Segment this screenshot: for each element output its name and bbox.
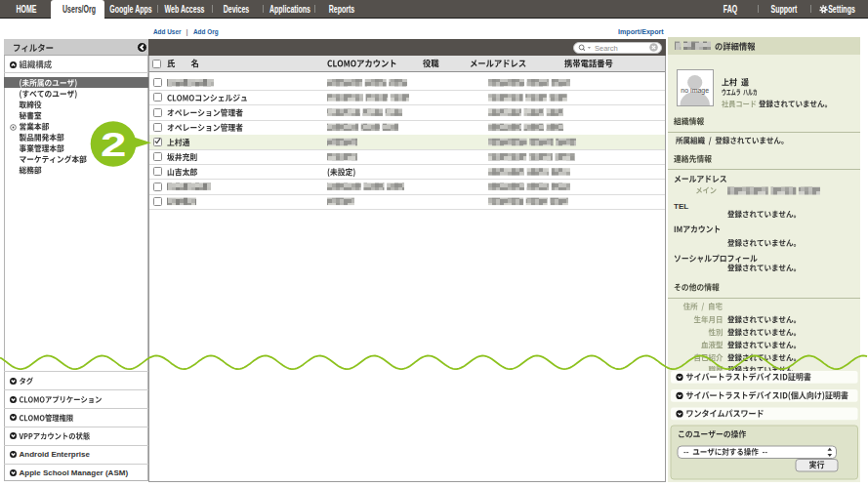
svg-text:2: 2 [101, 125, 126, 164]
